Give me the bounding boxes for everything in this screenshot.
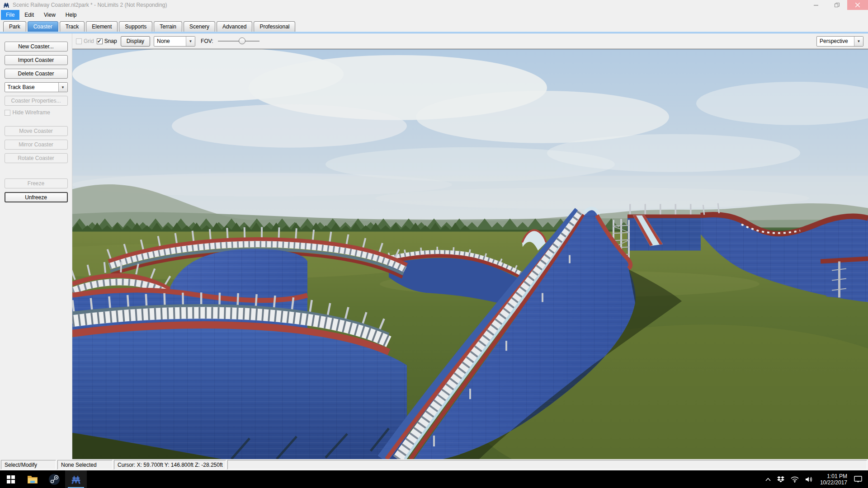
close-icon [855, 3, 860, 7]
coaster-lower-right-wall [821, 258, 868, 300]
action-center-button[interactable] [851, 470, 865, 488]
tab-bar: Park Coaster Track Element Supports Terr… [0, 20, 868, 32]
tab-park[interactable]: Park [3, 21, 26, 32]
mirror-coaster-button[interactable]: Mirror Coaster [5, 140, 68, 150]
hidden-icons-chevron[interactable] [762, 470, 774, 488]
fov-slider-thumb[interactable] [239, 38, 245, 44]
minimize-icon [814, 3, 818, 7]
delete-coaster-button[interactable]: Delete Coaster [5, 69, 68, 79]
tab-terrain[interactable]: Terrain [154, 21, 182, 32]
coaster-properties-button[interactable]: Coaster Properties... [5, 96, 68, 106]
import-coaster-button[interactable]: Import Coaster [5, 55, 68, 65]
tab-advanced[interactable]: Advanced [217, 21, 252, 32]
viewport-3d[interactable] [72, 49, 868, 459]
file-explorer-icon [27, 474, 38, 484]
viewport-toolbar: Grid Snap Display None ▼ FOV: Perspectiv… [72, 33, 868, 49]
taskbar: 1:01 PM 10/22/2017 [0, 470, 868, 488]
restore-icon [835, 3, 840, 8]
tab-scenery[interactable]: Scenery [184, 21, 215, 32]
coaster-sidebar: New Coaster... Import Coaster Delete Coa… [0, 33, 72, 459]
rotate-coaster-button[interactable]: Rotate Coaster [5, 153, 68, 163]
clock-time: 1:01 PM [820, 473, 847, 479]
tab-element[interactable]: Element [86, 21, 118, 32]
restore-button[interactable] [826, 0, 847, 10]
status-cursor: Cursor: X: 59.700ft Y: 146.800ft Z: -28.… [114, 460, 226, 469]
hide-wireframe-label: Hide Wireframe [13, 109, 50, 116]
view-mode-value: Perspective [817, 38, 854, 44]
tray-dropbox[interactable] [774, 470, 788, 488]
close-button[interactable] [847, 0, 868, 10]
new-coaster-button[interactable]: New Coaster... [5, 42, 68, 52]
fov-label: FOV: [201, 38, 213, 44]
move-coaster-button[interactable]: Move Coaster [5, 126, 68, 136]
start-button[interactable] [0, 470, 22, 488]
taskbar-nolimits2[interactable] [65, 470, 87, 488]
tray-volume[interactable] [802, 470, 816, 488]
app-icon [3, 1, 10, 9]
nolimits2-icon [70, 474, 82, 485]
snap-label: Snap [104, 38, 117, 44]
chevron-up-icon [765, 478, 771, 481]
windows-logo-icon [7, 475, 15, 483]
unfreeze-button[interactable]: Unfreeze [5, 192, 68, 202]
display-mode-select[interactable]: None ▼ [154, 36, 195, 47]
status-selection: None Selected [57, 460, 113, 469]
title-bar: Scenic Railway Coaster.nl2park * - NoLim… [0, 0, 868, 10]
menu-help[interactable]: Help [61, 10, 82, 20]
grid-label: Grid [84, 38, 94, 44]
grid-checkbox[interactable] [76, 38, 82, 44]
wifi-icon [791, 476, 799, 483]
snap-checkbox[interactable] [97, 38, 103, 44]
menu-bar: File Edit View Help [0, 10, 868, 20]
tab-supports[interactable]: Supports [119, 21, 152, 32]
chevron-down-icon: ▼ [186, 37, 195, 46]
hide-wireframe-checkbox[interactable] [5, 110, 10, 116]
display-button[interactable]: Display [121, 36, 150, 47]
speaker-icon [805, 476, 813, 483]
steam-icon [48, 474, 60, 485]
coaster-select-value: Track Base [5, 84, 58, 90]
taskbar-steam[interactable] [43, 470, 65, 488]
taskbar-file-explorer[interactable] [22, 470, 43, 488]
system-tray: 1:01 PM 10/22/2017 [762, 470, 868, 488]
freeze-button[interactable]: Freeze [5, 178, 68, 188]
minimize-button[interactable] [806, 0, 826, 10]
menu-edit[interactable]: Edit [19, 10, 39, 20]
coaster-background-wall [627, 210, 701, 251]
chevron-down-icon: ▼ [58, 83, 67, 92]
fov-slider[interactable] [218, 37, 259, 46]
menu-view[interactable]: View [39, 10, 61, 20]
tab-coaster[interactable]: Coaster [28, 21, 58, 32]
menu-file[interactable]: File [1, 10, 19, 20]
status-spacer [227, 460, 867, 469]
status-bar: Select/Modify None Selected Cursor: X: 5… [0, 459, 868, 470]
tray-wifi[interactable] [788, 470, 802, 488]
clock-date: 10/22/2017 [820, 479, 847, 486]
taskbar-clock[interactable]: 1:01 PM 10/22/2017 [816, 473, 851, 486]
dropbox-icon [777, 476, 784, 483]
tab-professional[interactable]: Professional [254, 21, 295, 32]
display-mode-value: None [154, 38, 186, 44]
hide-wireframe-row: Hide Wireframe [5, 109, 68, 116]
status-mode: Select/Modify [1, 460, 56, 469]
action-center-icon [854, 476, 862, 483]
chevron-down-icon: ▼ [854, 37, 863, 46]
coaster-select[interactable]: Track Base ▼ [5, 82, 68, 92]
view-mode-select[interactable]: Perspective ▼ [816, 36, 863, 47]
tab-track[interactable]: Track [60, 21, 85, 32]
window-title: Scenic Railway Coaster.nl2park * - NoLim… [13, 2, 806, 8]
